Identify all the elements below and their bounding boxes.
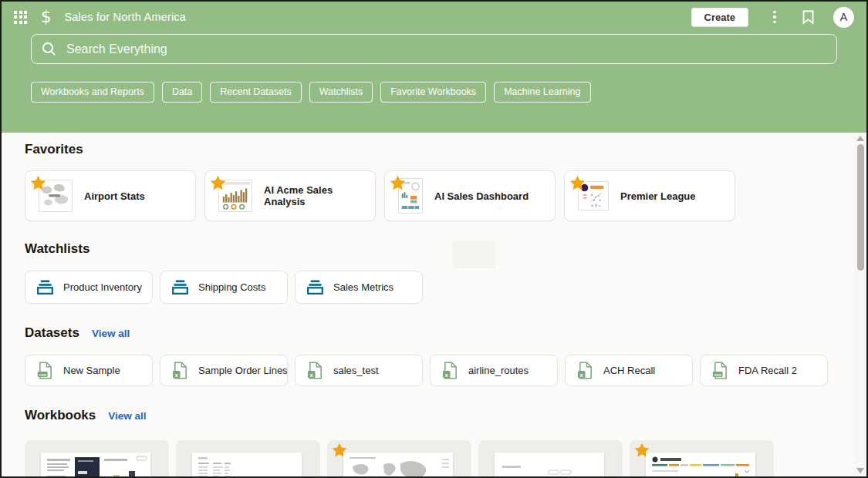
xlsx-file-icon [442, 362, 458, 379]
favorite-card-premier-league[interactable]: Premier League [564, 170, 735, 221]
chip-data[interactable]: Data [162, 82, 202, 103]
watchlists-section-title: Watchlists [25, 241, 843, 257]
favorite-star-icon[interactable] [569, 174, 586, 192]
favorite-star-icon[interactable] [389, 174, 407, 192]
app-navigator-icon[interactable] [14, 11, 27, 24]
watchlist-label: Product Inventory [63, 281, 142, 293]
faint-highlight-artifact [453, 241, 495, 268]
favorite-label: Premier League [620, 190, 696, 202]
watchlist-tray-icon [37, 280, 53, 295]
watchlist-tray-icon [172, 280, 188, 295]
chip-watchlists[interactable]: Watchlists [309, 82, 373, 103]
scroll-up-arrow-icon[interactable] [856, 136, 864, 141]
workbook-card-4[interactable] [478, 440, 623, 478]
dataset-card-sales-test[interactable]: sales_test [295, 355, 423, 386]
favorite-star-icon[interactable] [29, 174, 47, 192]
oracle-analytics-home-page: $ Sales for North America Create A Workb… [0, 0, 868, 478]
dataset-label: Sample Order Lines [198, 365, 288, 376]
search-bar[interactable] [31, 34, 837, 64]
dataset-card-new-sample[interactable]: New Sample [25, 355, 153, 386]
dataset-label: airline_routes [468, 365, 529, 376]
create-button[interactable]: Create [691, 8, 748, 27]
favorite-star-icon[interactable] [209, 174, 227, 192]
xlsx-file-icon [172, 362, 188, 379]
dataset-label: FDA Recall 2 [738, 365, 797, 376]
csv-file-icon [37, 362, 53, 379]
datasets-row: New Sample Sample Order Lines sales_test… [25, 355, 843, 386]
workbook-card-5[interactable] [630, 440, 774, 478]
workbook-card-1[interactable] [25, 440, 169, 478]
user-avatar[interactable]: A [833, 7, 854, 28]
chip-recent-datasets[interactable]: Recent Datasets [210, 82, 301, 103]
favorite-label: AI Acme Sales Analysis [264, 184, 375, 207]
watchlist-label: Shipping Costs [198, 281, 265, 293]
chip-favorite-workbooks[interactable]: Favorite Workbooks [380, 82, 486, 103]
xlsx-file-icon [577, 362, 593, 379]
page-menu-icon[interactable] [768, 11, 782, 24]
watchlist-card-shipping-costs[interactable]: Shipping Costs [160, 271, 288, 304]
favorite-card-ai-sales-dashboard[interactable]: AI Sales Dashboard [384, 170, 556, 221]
favorite-card-ai-acme-sales-analysis[interactable]: AI Acme Sales Analysis [204, 170, 376, 221]
bookmark-icon[interactable] [802, 10, 815, 25]
watchlist-tray-icon [307, 280, 323, 295]
dataset-card-sample-order-lines[interactable]: Sample Order Lines [160, 355, 288, 386]
workbook-thumbnail-document [495, 453, 604, 478]
workbooks-row [25, 440, 843, 478]
workbook-thumbnail-oracle-analytics [646, 453, 755, 478]
title-bar: $ Sales for North America Create A [2, 2, 866, 32]
page-header: $ Sales for North America Create A Workb… [2, 2, 866, 133]
watchlist-card-product-inventory[interactable]: Product Inventory [25, 271, 153, 304]
favorite-label: AI Sales Dashboard [434, 190, 529, 202]
workbook-card-2[interactable] [176, 440, 320, 478]
dataset-label: ACH Recall [603, 365, 655, 376]
watchlists-row: Product Inventory Shipping Costs Sales M… [25, 271, 843, 304]
datasets-section-header: Datasets View all [25, 325, 843, 341]
search-filter-chips: Workbooks and Reports Data Recent Datase… [31, 82, 837, 103]
chip-machine-learning[interactable]: Machine Learning [494, 82, 590, 103]
datasets-view-all-link[interactable]: View all [92, 328, 130, 339]
favorites-section-title: Favorites [25, 142, 843, 157]
workbook-thumbnail-world-map [343, 453, 453, 478]
chip-workbooks-and-reports[interactable]: Workbooks and Reports [31, 82, 154, 103]
watchlist-card-sales-metrics[interactable]: Sales Metrics [295, 271, 423, 304]
workbook-thumbnail-sales-dashboard [41, 453, 150, 478]
favorites-row: Airport Stats AI Ac [25, 170, 843, 221]
favorite-card-airport-stats[interactable]: Airport Stats [25, 170, 196, 221]
home-content: Favorites Airport Stats [2, 133, 866, 478]
csv-file-icon [712, 362, 728, 379]
search-input[interactable] [65, 42, 826, 57]
workbook-card-3[interactable] [327, 440, 471, 478]
magnifier-icon [42, 42, 56, 56]
scrollbar-thumb[interactable] [857, 144, 864, 271]
page-title: Sales for North America [64, 11, 186, 23]
favorite-label: Airport Stats [84, 190, 145, 202]
watchlist-label: Sales Metrics [333, 281, 393, 293]
dollar-brand-icon: $ [41, 8, 51, 26]
dataset-label: sales_test [333, 365, 379, 376]
vertical-scrollbar[interactable] [854, 133, 866, 476]
workbooks-section-header: Workbooks View all [25, 408, 843, 423]
dataset-label: New Sample [63, 365, 120, 376]
datasets-section-title: Datasets [25, 325, 79, 341]
xlsx-file-icon [307, 362, 323, 379]
dataset-card-fda-recall-2[interactable]: FDA Recall 2 [700, 355, 828, 386]
workbooks-section-title: Workbooks [25, 408, 96, 423]
dataset-card-ach-recall[interactable]: ACH Recall [565, 355, 693, 386]
workbooks-view-all-link[interactable]: View all [108, 410, 146, 422]
scroll-down-arrow-icon[interactable] [856, 468, 864, 473]
dataset-card-airline-routes[interactable]: airline_routes [430, 355, 558, 386]
workbook-thumbnail-table [192, 453, 302, 478]
